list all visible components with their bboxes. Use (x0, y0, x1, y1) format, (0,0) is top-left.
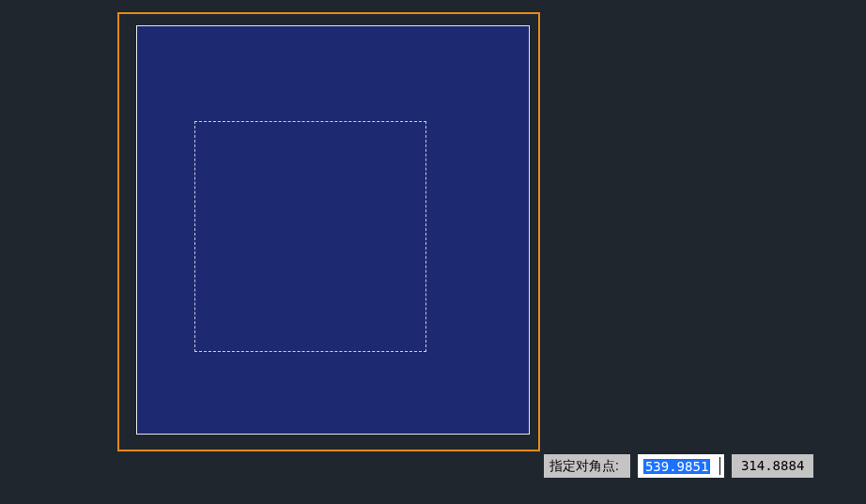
text-cursor (719, 457, 720, 475)
coordinate-readout: 314.8884 (732, 454, 813, 478)
command-prompt-label: 指定对角点: (544, 454, 630, 478)
coordinate-input[interactable]: 539.9851 (638, 454, 724, 478)
drawing-canvas[interactable] (0, 0, 866, 504)
coordinate-input-value: 539.9851 (643, 459, 710, 474)
command-bar: 指定对角点: 539.9851 314.8884 (544, 454, 813, 478)
selection-marquee (194, 121, 426, 352)
